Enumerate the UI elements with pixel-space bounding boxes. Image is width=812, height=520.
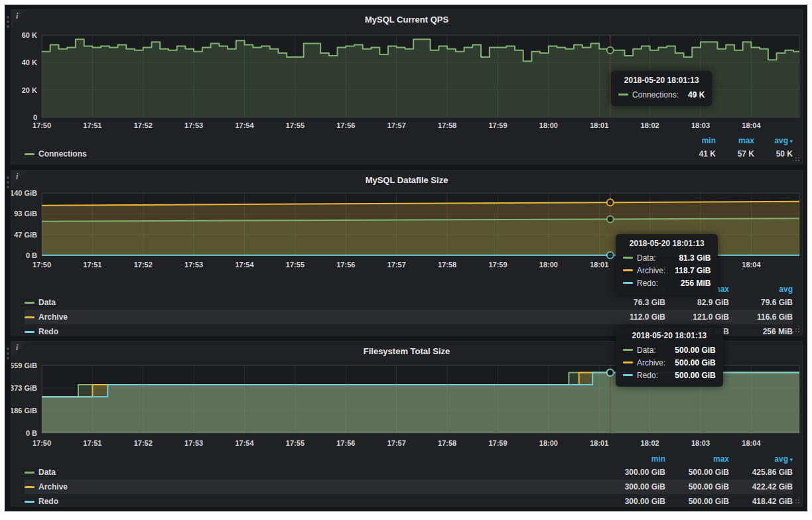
- panel-info-corner[interactable]: i: [11, 10, 29, 27]
- legend-sort-max[interactable]: max: [665, 285, 729, 294]
- panel-drag-grip[interactable]: [5, 174, 11, 190]
- legend-sort-max[interactable]: max: [665, 454, 729, 464]
- x-axis-tick-label: 17:51: [83, 121, 102, 129]
- x-axis-tick-label: 17:52: [134, 261, 153, 269]
- panel-resize-handle[interactable]: [792, 154, 800, 162]
- y-axis-tick-label: 373 GiB: [11, 384, 37, 392]
- x-axis-tick-label: 17:59: [488, 121, 507, 129]
- x-axis-tick-label: 18:01: [590, 121, 608, 129]
- legend-stat-max: 121.0 GiB: [665, 312, 729, 322]
- info-icon: i: [16, 343, 18, 353]
- legend-table: minmaxavgData76.3 GiB82.9 GiB79.6 GiBArc…: [11, 283, 802, 339]
- x-axis-tick-label: 17:58: [438, 121, 456, 129]
- panel-info-corner[interactable]: i: [11, 170, 29, 188]
- legend-stats-header-row: minmaxavg ▾: [25, 453, 793, 465]
- x-axis-tick-label: 17:57: [387, 121, 406, 129]
- y-axis-tick-label: 40 K: [22, 58, 37, 66]
- x-axis-tick-label: 18:02: [641, 121, 659, 129]
- x-axis-tick-label: 17:57: [387, 439, 406, 447]
- legend-stat-avg: 256 MiB: [729, 327, 793, 336]
- y-axis-tick-label: 0 B: [26, 429, 37, 437]
- legend-stat-min: 41 K: [677, 149, 716, 159]
- x-axis-tick-label: 17:59: [488, 439, 507, 447]
- legend-series-toggle-archive[interactable]: Archive: [25, 312, 602, 322]
- y-axis-tick-label: 60 K: [22, 31, 37, 39]
- qps-time-series-chart[interactable]: 020 K40 K60 K17:5017:5117:5217:5317:5417…: [11, 27, 803, 133]
- panel-filesystem-total-size: i Filesystem Total Size 0 B186 GiB373 Gi…: [11, 341, 803, 507]
- legend-stat-max: 500.00 GiB: [665, 482, 729, 491]
- panel-title[interactable]: Filesystem Total Size: [11, 342, 802, 359]
- x-axis-tick-label: 17:58: [438, 261, 456, 269]
- legend-stat-max: 57 K: [716, 149, 754, 159]
- legend-stat-min: 300.00 GiB: [602, 468, 665, 477]
- y-axis-tick-label: 93 GiB: [14, 210, 37, 218]
- legend-series-toggle-redo[interactable]: Redo: [25, 497, 602, 506]
- legend-series-toggle-data[interactable]: Data: [25, 468, 602, 477]
- x-axis-tick-label: 17:52: [134, 439, 153, 447]
- info-corner-triangle: [11, 342, 27, 358]
- x-axis-tick-label: 17:56: [336, 261, 355, 269]
- legend-sort-max[interactable]: max: [716, 136, 754, 145]
- panel-title[interactable]: MySQL Datafile Size: [11, 170, 802, 188]
- x-axis-tick-label: 18:04: [742, 439, 761, 447]
- legend-stat-min: 76.3 GiB: [602, 298, 665, 307]
- legend-series-toggle-data[interactable]: Data: [25, 298, 602, 307]
- panel-mysql-current-qps: i MySQL Current QPS 020 K40 K60 K17:5017…: [11, 9, 803, 164]
- panel-title[interactable]: MySQL Current QPS: [11, 10, 802, 27]
- x-axis-tick-label: 17:51: [83, 261, 102, 269]
- legend-stat-max: 500.00 GiB: [665, 468, 729, 477]
- info-icon: i: [16, 172, 18, 182]
- legend-stats-header-row: minmaxavg: [25, 283, 793, 295]
- x-axis-tick-label: 18:02: [641, 439, 659, 447]
- datafile-size-time-series-chart[interactable]: 0 B47 GiB93 GiB140 GiB17:5017:5117:5217:…: [11, 188, 803, 274]
- legend-series-toggle-archive[interactable]: Archive: [25, 482, 602, 491]
- series-color-dash-icon: [25, 331, 34, 333]
- legend-sort-min[interactable]: min: [602, 285, 665, 294]
- x-axis-tick-label: 17:53: [184, 121, 203, 129]
- legend-series-label: Data: [38, 468, 56, 477]
- x-axis-tick-label: 18:04: [742, 261, 761, 269]
- panel-drag-grip[interactable]: [5, 346, 11, 361]
- panel-drag-grip[interactable]: [5, 14, 11, 30]
- legend-sort-avg[interactable]: avg: [729, 285, 793, 294]
- legend-stats-header-row: minmaxavg ▾: [25, 135, 793, 147]
- legend-row-archive: Archive300.00 GiB500.00 GiB422.42 GiB: [25, 480, 793, 494]
- legend-series-toggle-connections[interactable]: Connections: [25, 149, 677, 159]
- series-color-dash-icon: [25, 153, 34, 155]
- legend-sort-min[interactable]: min: [677, 136, 716, 145]
- x-axis-tick-label: 18:02: [641, 261, 659, 269]
- legend-series-toggle-redo[interactable]: Redo: [25, 327, 602, 336]
- x-axis-tick-label: 17:54: [235, 439, 254, 447]
- x-axis-tick-label: 17:53: [184, 261, 203, 269]
- series-color-dash-icon: [25, 472, 34, 474]
- x-axis-tick-label: 18:03: [691, 121, 710, 129]
- panel-resize-handle[interactable]: [792, 325, 800, 333]
- legend-stat-avg: 79.6 GiB: [729, 298, 793, 307]
- panel-info-corner[interactable]: i: [11, 342, 29, 359]
- legend-stat-min: 256 MiB: [602, 327, 665, 336]
- y-axis-tick-label: 0 B: [26, 251, 37, 259]
- legend-row-redo: Redo300.00 GiB500.00 GiB418.42 GiB: [25, 494, 793, 509]
- legend-sort-avg[interactable]: avg ▾: [729, 454, 793, 464]
- legend-row-data: Data76.3 GiB82.9 GiB79.6 GiB: [25, 295, 793, 310]
- legend-sort-min[interactable]: min: [602, 454, 665, 464]
- y-axis-tick-label: 186 GiB: [11, 407, 37, 415]
- panel-resize-handle[interactable]: [792, 496, 800, 504]
- y-axis-tick-label: 559 GiB: [11, 361, 37, 369]
- x-axis-tick-label: 18:03: [691, 261, 710, 269]
- y-axis-tick-label: 47 GiB: [14, 231, 37, 239]
- legend-row-archive: Archive112.0 GiB121.0 GiB116.6 GiB: [25, 310, 793, 324]
- x-axis-tick-label: 17:54: [235, 121, 254, 129]
- x-axis-tick-label: 17:57: [387, 261, 406, 269]
- legend-sort-avg[interactable]: avg ▾: [754, 136, 793, 145]
- legend-stat-max: 82.9 GiB: [665, 298, 729, 307]
- dashboard: i MySQL Current QPS 020 K40 K60 K17:5017…: [5, 5, 807, 511]
- x-axis-tick-label: 17:59: [488, 261, 507, 269]
- filesystem-size-time-series-chart[interactable]: 0 B186 GiB373 GiB559 GiB17:5017:5117:521…: [11, 359, 803, 450]
- legend-stat-min: 300.00 GiB: [602, 482, 665, 491]
- legend-row-redo: Redo256 MiB256 MiB256 MiB: [25, 324, 793, 339]
- x-axis-tick-label: 18:04: [742, 121, 761, 129]
- legend-series-label: Redo: [38, 497, 58, 506]
- legend-stat-avg: 50 K: [754, 149, 793, 159]
- x-axis-tick-label: 18:00: [539, 261, 558, 269]
